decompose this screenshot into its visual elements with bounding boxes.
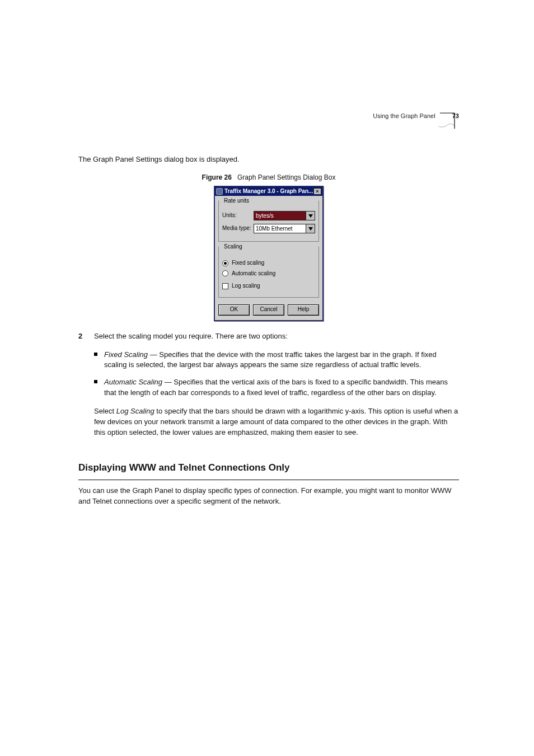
help-button[interactable]: Help	[288, 304, 319, 316]
figure-caption: Graph Panel Settings Dialog Box	[237, 173, 335, 181]
log-scaling-para: Select Log Scaling to specify that the b…	[94, 406, 459, 438]
ok-button[interactable]: OK	[218, 304, 250, 316]
list-item: Fixed Scaling — Specifies that the devic…	[94, 350, 459, 371]
cancel-button[interactable]: Cancel	[253, 304, 284, 316]
step-2-lead: Select the scaling model you require. Th…	[94, 331, 459, 342]
scaling-group: Scaling Fixed scaling Automatic scaling …	[218, 246, 319, 298]
automatic-scaling-term: Automatic Scaling	[104, 378, 162, 386]
chevron-down-icon[interactable]	[306, 212, 315, 220]
log-scaling-checkbox[interactable]: Log scaling	[222, 282, 315, 290]
chevron-down-icon[interactable]	[306, 224, 315, 233]
rate-units-group: Rate units Units: bytes/s Media type:	[218, 200, 319, 242]
log-scaling-prefix: Select	[94, 407, 116, 415]
running-header: Using the Graph Panel 73	[78, 112, 459, 121]
units-select[interactable]: bytes/s	[254, 211, 315, 220]
dialog-title: Traffix Manager 3.0 - Graph Pan...	[224, 187, 313, 196]
graph-panel-settings-dialog: Traffix Manager 3.0 - Graph Pan... × Rat…	[214, 186, 324, 321]
running-header-page: 73	[452, 112, 459, 119]
dialog-button-row: OK Cancel Help	[215, 301, 322, 320]
running-header-title: Using the Graph Panel	[373, 112, 435, 119]
radio-unchecked-icon	[222, 270, 228, 276]
rate-units-legend: Rate units	[222, 197, 251, 205]
scaling-options-list: Fixed Scaling — Specifies that the devic…	[94, 350, 459, 398]
app-icon	[216, 188, 223, 195]
dialog-title-bar: Traffix Manager 3.0 - Graph Pan... ×	[215, 187, 322, 196]
intro-para: The Graph Panel Settings dialog box is d…	[78, 154, 459, 165]
automatic-scaling-radio[interactable]: Automatic scaling	[222, 270, 315, 278]
log-scaling-label: Log scaling	[232, 282, 260, 290]
checkbox-unchecked-icon	[222, 283, 228, 289]
units-value: bytes/s	[254, 212, 306, 220]
units-label: Units:	[222, 212, 254, 220]
radio-checked-icon	[222, 260, 228, 266]
list-item: Automatic Scaling — Specifies that the v…	[94, 377, 459, 398]
scaling-legend: Scaling	[222, 243, 244, 251]
figure-label: Figure 26 Graph Panel Settings Dialog Bo…	[78, 173, 459, 182]
fixed-scaling-radio[interactable]: Fixed scaling	[222, 259, 315, 267]
fixed-scaling-label: Fixed scaling	[232, 259, 264, 267]
section-heading: Displaying WWW and Telnet Connections On…	[78, 461, 459, 475]
media-type-value: 10Mb Ethernet	[254, 224, 306, 233]
section-para: You can use the Graph Panel to display s…	[78, 486, 459, 507]
automatic-scaling-label: Automatic scaling	[232, 270, 275, 278]
figure-number: Figure 26	[202, 173, 232, 181]
close-icon[interactable]: ×	[313, 188, 321, 195]
section-rule	[78, 480, 459, 480]
fixed-scaling-term: Fixed Scaling	[104, 350, 148, 359]
media-type-label: Media type:	[222, 224, 254, 233]
log-scaling-term: Log Scaling	[116, 407, 154, 415]
media-type-select[interactable]: 10Mb Ethernet	[254, 224, 315, 233]
step-2: 2 Select the scaling model you require. …	[78, 331, 459, 446]
fixed-scaling-desc: — Specifies that the device with the mos…	[104, 350, 437, 369]
step-number: 2	[78, 331, 87, 446]
